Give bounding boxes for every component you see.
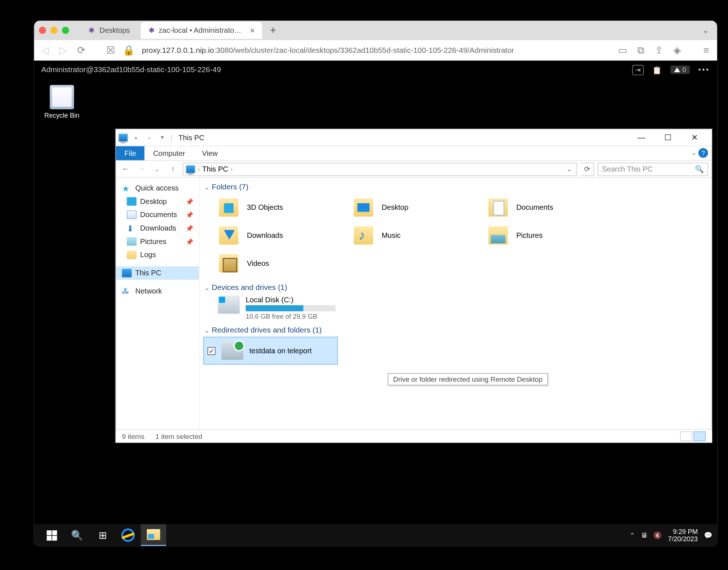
nav-quick-access[interactable]: ★ Quick access <box>116 181 199 195</box>
breadcrumb-history-icon[interactable]: ⌄ <box>564 166 574 172</box>
nav-documents[interactable]: Documents📌 <box>116 208 199 221</box>
content-pane[interactable]: ⌄Folders (7) 3D Objects Desktop Document… <box>200 178 712 429</box>
tray-overflow-icon[interactable]: ⌃ <box>630 532 634 538</box>
qat-dropdown-icon[interactable]: ▾ <box>157 132 168 143</box>
folder-desktop[interactable]: Desktop <box>349 193 484 221</box>
file-explorer-button[interactable] <box>141 524 166 546</box>
address-bar[interactable]: proxy.127.0.0.1.nip.io:3080/web/cluster/… <box>142 46 609 54</box>
maximize-button[interactable]: ☐ <box>655 129 681 146</box>
nav-label: Downloads <box>140 224 176 232</box>
ribbon-expand-icon[interactable]: ⌄ <box>691 149 696 156</box>
start-button[interactable] <box>39 524 64 546</box>
view-tiles-button[interactable] <box>693 431 705 441</box>
minimize-button[interactable]: — <box>628 129 654 146</box>
qat-new-folder-icon[interactable]: ▫ <box>144 132 155 143</box>
drive-icon <box>218 295 240 314</box>
browser-tab-desktops[interactable]: ✱ Desktops <box>80 22 137 39</box>
nav-network[interactable]: 🖧Network <box>116 284 199 298</box>
breadcrumb-pc-icon <box>186 165 196 173</box>
shield-icon[interactable]: ◈ <box>672 45 682 55</box>
recycle-bin-label: Recycle Bin <box>43 112 82 119</box>
clock[interactable]: 9:29 PM 7/20/2023 <box>668 528 698 542</box>
nav-forward-button[interactable]: → <box>135 163 147 175</box>
nav-logs[interactable]: Logs <box>116 248 199 262</box>
new-tab-button[interactable]: + <box>266 23 280 38</box>
breadcrumb-item[interactable]: This PC <box>202 165 228 173</box>
sound-tray-icon[interactable]: 🔇 <box>653 531 662 539</box>
window-traffic-lights[interactable] <box>39 27 69 34</box>
pip-icon[interactable]: ⧉ <box>636 45 646 55</box>
action-center-icon[interactable]: 💬 <box>704 531 712 539</box>
tab-label: zac-local • Administrator@3362 <box>159 26 243 35</box>
url-path: :3080/web/cluster/zac-local/desktops/336… <box>214 46 514 54</box>
explorer-titlebar[interactable]: ▪ ▫ ▾ | This PC — ☐ ✕ <box>116 129 712 146</box>
folder-music[interactable]: Music <box>349 221 484 249</box>
network-tray-icon[interactable]: 🖥 <box>641 531 647 539</box>
folder-documents[interactable]: Documents <box>484 193 618 221</box>
back-button[interactable]: ◁ <box>40 45 50 55</box>
ribbon-file-tab[interactable]: File <box>116 146 145 160</box>
internet-explorer-button[interactable] <box>115 524 141 546</box>
folder-label: Downloads <box>247 231 283 240</box>
breadcrumb-separator[interactable]: › <box>198 166 200 172</box>
this-pc-icon <box>118 133 128 142</box>
checkbox-checked-icon[interactable]: ✓ <box>208 347 216 355</box>
redirected-label: testdata on teleport <box>249 346 312 355</box>
search-box[interactable]: Search This PC 🔍 <box>598 162 708 176</box>
nav-recent-dropdown[interactable]: ⌄ <box>151 163 163 175</box>
folder-downloads[interactable]: Downloads <box>214 221 349 249</box>
search-button[interactable]: 🔍 <box>64 524 90 546</box>
group-folders-header[interactable]: ⌄Folders (7) <box>200 180 712 194</box>
redirected-drive-testdata[interactable]: ✓ testdata on teleport <box>203 337 338 365</box>
ie-icon <box>121 528 135 542</box>
nav-desktop[interactable]: Desktop📌 <box>116 195 199 208</box>
drive-local-c[interactable]: Local Disk (C:) 10.6 GB free of 29.9 GB <box>200 294 334 323</box>
ribbon-computer-tab[interactable]: Computer <box>145 146 193 160</box>
help-icon[interactable]: ? <box>699 148 708 158</box>
status-bar: 9 items 1 item selected <box>116 429 712 443</box>
refresh-button[interactable]: ⟳ <box>581 162 594 176</box>
nav-back-button[interactable]: ← <box>119 163 131 175</box>
redirected-drive-icon <box>221 342 243 360</box>
bookmark-icon[interactable]: ☒ <box>106 45 115 55</box>
pin-icon: 📌 <box>186 198 193 205</box>
close-window-icon[interactable] <box>39 27 46 34</box>
nav-this-pc[interactable]: This PC <box>116 266 199 280</box>
recycle-bin[interactable]: Recycle Bin <box>43 85 82 119</box>
group-redirected-header[interactable]: ⌄Redirected drives and folders (1) <box>200 323 712 337</box>
close-button[interactable]: ✕ <box>681 129 708 146</box>
lock-icon: 🔒 <box>124 45 134 55</box>
browser-tab-active[interactable]: ✱ zac-local • Administrator@3362 × <box>141 22 262 39</box>
view-details-button[interactable] <box>680 431 692 441</box>
task-view-button[interactable]: ⊞ <box>90 524 115 546</box>
reload-button[interactable]: ⟳ <box>76 45 86 55</box>
minimize-window-icon[interactable] <box>50 27 58 34</box>
menu-icon[interactable]: ≡ <box>701 45 711 55</box>
folder-pictures[interactable]: Pictures <box>484 221 618 249</box>
zoom-window-icon[interactable] <box>62 27 69 34</box>
group-drives-header[interactable]: ⌄Devices and drives (1) <box>200 281 712 294</box>
remote-desktop[interactable]: Recycle Bin ▪ ▫ ▾ | This PC — ☐ ✕ <box>34 79 717 546</box>
forward-button[interactable]: ▷ <box>58 45 68 55</box>
browser-tabbar: ✱ Desktops ✱ zac-local • Administrator@3… <box>34 21 717 40</box>
folder-share-icon[interactable]: ⇥ <box>632 64 644 75</box>
warnings-badge[interactable]: 0 <box>670 66 690 74</box>
breadcrumb-bar[interactable]: › This PC › ⌄ <box>182 162 577 176</box>
clipboard-icon[interactable]: 📋 <box>652 65 662 74</box>
breadcrumb-separator[interactable]: › <box>231 166 233 172</box>
desktop-folder-icon <box>353 197 374 218</box>
reader-icon[interactable]: ▭ <box>618 45 627 55</box>
folder-label: Videos <box>247 259 269 267</box>
share-icon[interactable]: ⇪ <box>654 45 664 55</box>
search-icon: 🔍 <box>695 165 704 173</box>
nav-up-button[interactable]: ↑ <box>167 163 179 175</box>
nav-downloads[interactable]: ⬇Downloads📌 <box>116 221 199 235</box>
qat-properties-icon[interactable]: ▪ <box>130 132 141 143</box>
ribbon-view-tab[interactable]: View <box>194 146 227 160</box>
more-icon[interactable]: ••• <box>698 66 710 74</box>
folder-3d-objects[interactable]: 3D Objects <box>214 193 349 221</box>
close-tab-icon[interactable]: × <box>250 25 255 35</box>
nav-pictures[interactable]: Pictures📌 <box>116 235 199 248</box>
tabs-dropdown-icon[interactable]: ⌄ <box>699 26 712 35</box>
folder-videos[interactable]: Videos <box>214 249 349 278</box>
